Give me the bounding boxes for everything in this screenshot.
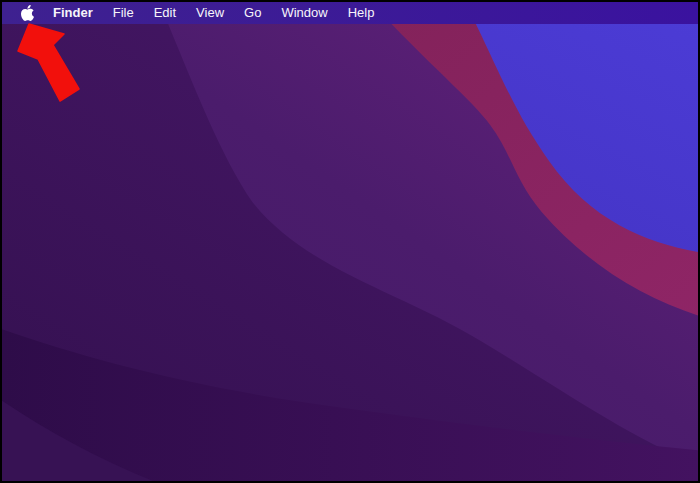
menu-item-file[interactable]: File: [103, 2, 144, 24]
menu-item-go[interactable]: Go: [234, 2, 271, 24]
apple-logo-icon: [21, 5, 34, 21]
apple-menu[interactable]: [21, 2, 34, 24]
menu-bar: Finder File Edit View Go Window Help: [2, 2, 698, 24]
macos-desktop: Finder File Edit View Go Window Help: [0, 0, 700, 483]
desktop-wallpaper: [2, 2, 698, 481]
menu-item-finder[interactable]: Finder: [43, 2, 103, 24]
menu-item-window[interactable]: Window: [271, 2, 337, 24]
menu-item-view[interactable]: View: [186, 2, 234, 24]
menu-item-help[interactable]: Help: [338, 2, 385, 24]
menu-item-edit[interactable]: Edit: [144, 2, 186, 24]
